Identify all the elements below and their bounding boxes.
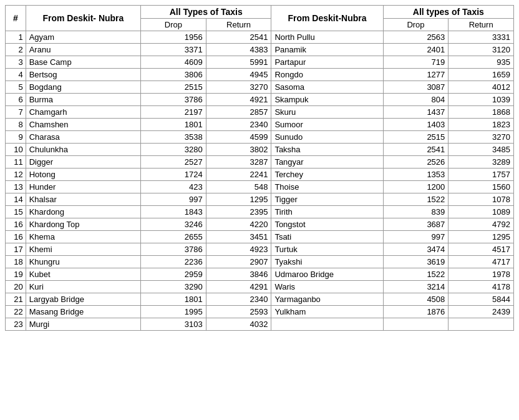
row-number: 23 (6, 318, 26, 331)
drop-right: 1522 (383, 268, 449, 281)
drop-left: 3786 (141, 94, 206, 106)
col-hash: # (6, 6, 26, 31)
return-left: 2241 (206, 168, 271, 181)
drop-left: 997 (141, 193, 206, 206)
row-number: 2 (6, 44, 26, 56)
place-right: Terchey (271, 168, 383, 181)
return-right: 1659 (449, 69, 514, 81)
row-number: 7 (6, 106, 26, 119)
drop-right: 1876 (383, 306, 449, 318)
drop-right: 3087 (383, 81, 449, 94)
row-number: 13 (6, 181, 26, 193)
place-left: Base Camp (26, 56, 140, 69)
table-row: 13Hunder423548Thoise12001560 (6, 181, 514, 193)
return-right: 4717 (449, 256, 514, 268)
return-left: 2907 (206, 256, 271, 268)
table-row: 16Khema26553451Tsati9971295 (6, 231, 514, 243)
table-row: 18Khungru22362907Tyakshi36194717 (6, 256, 514, 268)
row-number: 22 (6, 306, 26, 318)
drop-right: 4508 (383, 293, 449, 306)
row-number: 9 (6, 131, 26, 144)
place-right: Partapur (271, 56, 383, 69)
place-left: Agyam (26, 31, 140, 44)
return-right: 1823 (449, 119, 514, 131)
place-left: Chulunkha (26, 144, 140, 156)
drop-right: 1277 (383, 69, 449, 81)
return-right: 1039 (449, 94, 514, 106)
drop-right: 1353 (383, 168, 449, 181)
return-right: 1295 (449, 231, 514, 243)
drop-left: 3538 (141, 131, 206, 144)
table-row: 20Kuri32904291Waris32144178 (6, 281, 514, 293)
row-number: 21 (6, 293, 26, 306)
drop-left: 3290 (141, 281, 206, 293)
return-left: 2541 (206, 31, 271, 44)
return-right: 1089 (449, 206, 514, 218)
place-left: Hunder (26, 181, 140, 193)
place-right: Udmaroo Bridge (271, 268, 383, 281)
row-number: 11 (6, 156, 26, 168)
place-left: Khungru (26, 256, 140, 268)
return-left: 3451 (206, 231, 271, 243)
return-right: 4012 (449, 81, 514, 94)
drop-right: 3619 (383, 256, 449, 268)
table-row: 9Charasa35384599Sunudo25153270 (6, 131, 514, 144)
drop-left: 1995 (141, 306, 206, 318)
col-all-types-left: All Types of Taxis (141, 6, 271, 19)
place-right: Waris (271, 281, 383, 293)
drop-left: 3806 (141, 69, 206, 81)
return-right: 4517 (449, 243, 514, 256)
return-left: 2857 (206, 106, 271, 119)
drop-right (383, 318, 449, 331)
row-number: 10 (6, 144, 26, 156)
col-drop-right: Drop (383, 19, 449, 31)
row-number: 12 (6, 168, 26, 181)
return-right: 3331 (449, 31, 514, 44)
drop-left: 1801 (141, 119, 206, 131)
place-left: Chamshen (26, 119, 140, 131)
return-left: 3802 (206, 144, 271, 156)
table-row: 10Chulunkha32803802Taksha25413485 (6, 144, 514, 156)
drop-left: 3103 (141, 318, 206, 331)
row-number: 18 (6, 256, 26, 268)
drop-right: 2541 (383, 144, 449, 156)
drop-right: 1403 (383, 119, 449, 131)
drop-left: 2527 (141, 156, 206, 168)
return-left: 4923 (206, 243, 271, 256)
drop-left: 2959 (141, 268, 206, 281)
place-right: Tangyar (271, 156, 383, 168)
return-right: 3485 (449, 144, 514, 156)
return-left: 2340 (206, 119, 271, 131)
table-row: 21Largyab Bridge18012340Yarmaganbo450858… (6, 293, 514, 306)
return-right: 3289 (449, 156, 514, 168)
row-number: 5 (6, 81, 26, 94)
row-number: 3 (6, 56, 26, 69)
header-row-1: # From Deskit- Nubra All Types of Taxis … (6, 6, 514, 19)
place-left: Digger (26, 156, 140, 168)
drop-right: 3687 (383, 218, 449, 231)
table-row: 15Khardong18432395Tirith8391089 (6, 206, 514, 218)
place-right: Tirith (271, 206, 383, 218)
drop-left: 1801 (141, 293, 206, 306)
row-number: 6 (6, 94, 26, 106)
return-left: 4220 (206, 218, 271, 231)
place-left: Kuri (26, 281, 140, 293)
table-row: 19Kubet29593846Udmaroo Bridge15221978 (6, 268, 514, 281)
place-right: Sumoor (271, 119, 383, 131)
return-left: 4921 (206, 94, 271, 106)
return-right: 1978 (449, 268, 514, 281)
col-return-left: Return (206, 19, 271, 31)
place-left: Khalsar (26, 193, 140, 206)
row-number: 16 (6, 231, 26, 243)
return-right: 3120 (449, 44, 514, 56)
table-row: 1Agyam19562541North Pullu25633331 (6, 31, 514, 44)
drop-left: 3280 (141, 144, 206, 156)
place-left: Burma (26, 94, 140, 106)
table-row: 3Base Camp46095991Partapur719935 (6, 56, 514, 69)
place-right (271, 318, 383, 331)
row-number: 19 (6, 268, 26, 281)
return-left: 548 (206, 181, 271, 193)
drop-right: 3474 (383, 243, 449, 256)
drop-left: 2655 (141, 231, 206, 243)
drop-right: 1522 (383, 193, 449, 206)
